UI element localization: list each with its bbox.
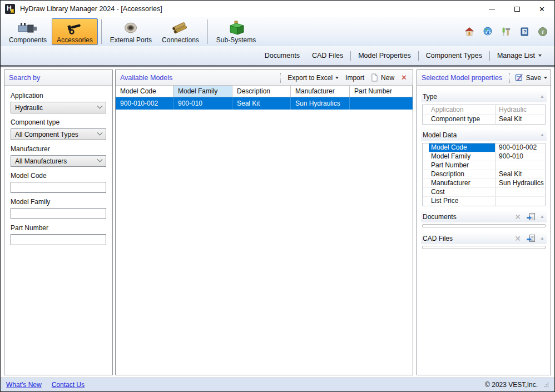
export-to-excel-label: Export to Excel	[288, 74, 333, 82]
components-icon	[18, 20, 38, 36]
application-value: Hydraulic	[15, 104, 98, 112]
external-ports-button[interactable]: External Ports	[105, 18, 157, 45]
search-panel: Search by Application Hydraulic Componen…	[4, 70, 113, 375]
component-type-label: Component type	[11, 118, 106, 126]
new-label: New	[381, 74, 394, 82]
tab-model-properties[interactable]: Model Properties	[352, 52, 417, 59]
accessories-button[interactable]: Accessories	[52, 18, 98, 45]
whats-new-link[interactable]: What's New	[6, 381, 42, 389]
new-page-icon	[371, 73, 378, 82]
property-row-model-code[interactable]: Model Code 900-010-002	[423, 143, 545, 152]
property-label: Description	[429, 170, 495, 178]
save-label: Save	[526, 74, 541, 82]
property-label: Component type	[429, 115, 495, 124]
toolbar-separator	[509, 73, 510, 83]
components-button[interactable]: Components	[4, 18, 52, 45]
about-icon[interactable]: i	[538, 27, 548, 37]
new-button[interactable]: New	[371, 73, 394, 82]
accessories-icon	[66, 20, 83, 36]
tools-icon[interactable]	[501, 27, 511, 37]
save-button[interactable]: Save	[515, 73, 547, 82]
add-document-icon[interactable]	[527, 212, 536, 221]
minimize-button[interactable]	[479, 1, 504, 17]
property-label: Manufacturer	[429, 179, 495, 187]
property-value	[495, 161, 545, 170]
property-label: Model Code	[429, 143, 495, 152]
tab-documents[interactable]: Documents	[259, 52, 306, 59]
property-row-model-family[interactable]: Model Family 900-010	[423, 152, 545, 161]
cad-files-section-header[interactable]: CAD Files ✕ ▲	[421, 232, 547, 244]
property-value: 900-010	[495, 152, 545, 161]
toolbar-separator	[101, 19, 102, 44]
connections-button[interactable]: Connections	[157, 18, 204, 45]
app-icon: H	[5, 4, 15, 14]
property-row-part-number[interactable]: Part Number	[423, 161, 545, 170]
resize-grip[interactable]	[543, 382, 549, 388]
model-data-section-header[interactable]: Model Data ▲	[421, 129, 547, 141]
property-label: Application	[429, 105, 495, 114]
status-bar: What's New Contact Us © 2023 VEST,Inc.	[1, 378, 554, 391]
part-number-label: Part Number	[11, 224, 106, 232]
remove-cad-file-icon[interactable]: ✕	[514, 235, 521, 242]
window-controls: ✕	[479, 1, 554, 17]
external-ports-label: External Ports	[110, 36, 152, 44]
import-label: Import	[345, 74, 364, 82]
add-cad-file-icon[interactable]	[527, 234, 536, 242]
tab-separator	[350, 51, 351, 61]
manage-list-button[interactable]: Manage List	[491, 52, 548, 59]
main-content: Search by Application Hydraulic Componen…	[1, 67, 554, 378]
model-code-label: Model Code	[11, 172, 106, 180]
tab-cad-files[interactable]: CAD Files	[306, 52, 349, 59]
table-row-selected[interactable]: 900-010-002 900-010 Seal Kit Sun Hydraul…	[116, 97, 413, 110]
property-row-manufacturer[interactable]: Manufacturer Sun Hydraulics	[423, 179, 545, 188]
properties-panel: Selected Model properties Save	[417, 70, 551, 375]
tab-component-types[interactable]: Component Types	[420, 52, 488, 59]
property-row-list-price[interactable]: List Price	[423, 197, 545, 206]
maximize-button[interactable]	[504, 1, 529, 17]
documents-section-header[interactable]: Documents ✕ ▲	[421, 211, 547, 222]
svg-text:?: ?	[523, 29, 526, 34]
model-family-input[interactable]	[11, 208, 106, 219]
column-header-description[interactable]: Description	[232, 86, 291, 97]
property-row-cost[interactable]: Cost	[423, 188, 545, 197]
main-toolbar: Components Accessories	[1, 17, 554, 46]
property-row-description[interactable]: Description Seal Kit	[423, 170, 545, 179]
search-panel-header: Search by	[4, 70, 112, 86]
chevron-down-icon	[538, 54, 542, 57]
manufacturer-select[interactable]: All Manufacturers	[11, 155, 106, 167]
property-label: List Price	[429, 197, 495, 206]
connections-icon	[171, 20, 189, 36]
column-header-model-code[interactable]: Model Code	[116, 86, 174, 97]
column-header-part-number[interactable]: Part Number	[350, 86, 413, 97]
property-row-component-type[interactable]: Component type Seal Kit	[423, 115, 545, 124]
column-header-manufacturer[interactable]: Manufacturer	[291, 86, 350, 97]
close-button[interactable]: ✕	[529, 1, 554, 17]
home-icon[interactable]	[464, 27, 474, 37]
sub-systems-button[interactable]: Sub-Systems	[211, 18, 261, 45]
models-grid-header: Model Code Model Family Description Manu…	[116, 86, 413, 97]
model-code-input[interactable]	[11, 182, 106, 193]
delete-model-icon[interactable]: ✕	[401, 73, 407, 82]
property-value: 900-010-002	[495, 143, 545, 152]
contact-us-link[interactable]: Contact Us	[52, 381, 85, 389]
component-type-select[interactable]: All Component Types	[11, 128, 106, 140]
remove-document-icon[interactable]: ✕	[514, 213, 521, 221]
help-icon[interactable]: ?	[519, 27, 529, 37]
accessories-label: Accessories	[57, 36, 93, 44]
chevron-down-icon	[97, 103, 103, 109]
type-section-header[interactable]: Type ▲	[421, 91, 547, 102]
part-number-input[interactable]	[11, 234, 106, 245]
export-to-excel-button[interactable]: Export to Excel	[288, 74, 339, 82]
documents-empty-list	[422, 224, 546, 227]
chevron-down-icon	[544, 77, 547, 79]
component-type-value: All Component Types	[15, 131, 98, 138]
import-button[interactable]: Import	[345, 74, 364, 82]
tab-separator	[418, 51, 419, 61]
column-header-model-family[interactable]: Model Family	[174, 86, 232, 97]
svg-text:i: i	[542, 29, 543, 35]
cell-description: Seal Kit	[232, 97, 291, 110]
application-select[interactable]: Hydraulic	[11, 102, 106, 113]
chevron-down-icon	[97, 157, 103, 162]
components-label: Components	[9, 36, 47, 44]
web-update-icon[interactable]	[483, 27, 493, 37]
